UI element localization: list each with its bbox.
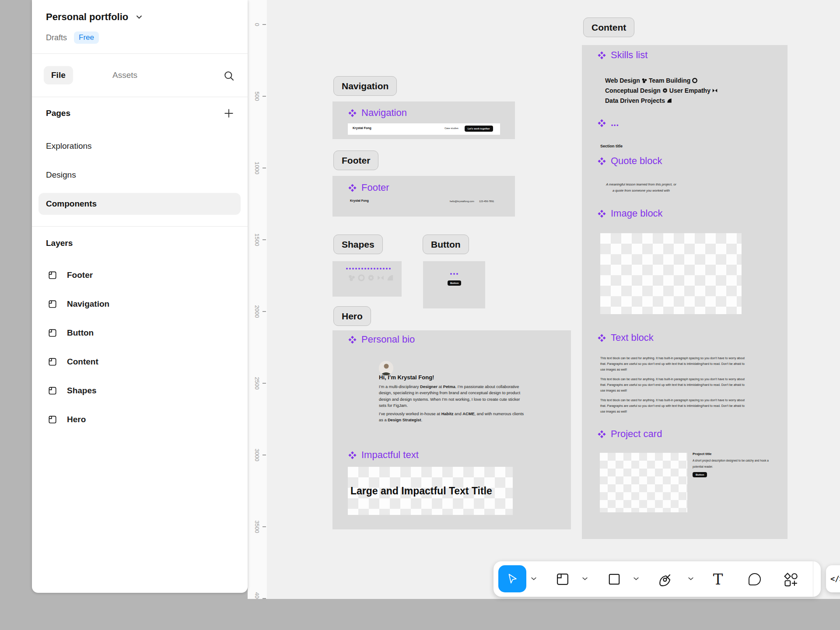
add-page-icon[interactable] [224,108,234,119]
comment-tool[interactable] [746,571,763,588]
chevron-down-icon[interactable] [136,15,142,19]
component-diamond-icon [597,333,606,343]
project-card-button: Button [693,472,707,477]
pie-wedge-icon [386,274,394,282]
rectangle-icon [607,572,621,586]
gear-icon [367,274,375,282]
component-title-navigation[interactable]: Navigation [348,107,407,119]
component-title-label: Project card [611,428,662,440]
tab-file[interactable]: File [44,66,73,84]
text-tool[interactable]: T [709,570,727,588]
component-title-skills-list[interactable]: Skills list [597,49,648,61]
section-tag-hero[interactable]: Hero [333,306,371,326]
pen-tool-chevron-icon[interactable] [688,577,693,581]
content-component-panel[interactable]: Skills list Web DesignTeam Building Conc… [582,45,788,539]
frame-tool[interactable] [555,571,570,587]
ruler-label: 1500 [254,232,260,248]
section-tag-shapes[interactable]: Shapes [333,234,383,254]
navbar-preview: Krystal Fong Case studies Let’s work tog… [348,123,500,135]
layer-item-hero[interactable]: Hero [48,415,86,424]
toolbar-divider [813,561,813,597]
button-component-panel[interactable]: Button [423,261,485,308]
text-block-paragraph: This text block can be used for anything… [600,356,746,373]
bowtie-icon [377,274,385,282]
rectangle-tool-chevron-icon[interactable] [634,577,639,581]
frame-icon [48,386,57,396]
component-diamond-icon [597,209,606,218]
hero-component-panel[interactable]: Personal bio Hi, I’m Krystal Fong! I’m a… [332,330,571,529]
move-tool-selected[interactable] [498,565,526,592]
component-title-text-block[interactable]: Text block [597,332,654,343]
actions-tool[interactable] [782,571,800,588]
component-diamond-icon [348,451,357,460]
footer-component-panel[interactable]: Footer Krystal Fong hello@krystalfong.co… [332,176,515,217]
comment-bubble-icon [749,573,761,585]
ruler-label: 2500 [254,375,260,391]
project-card-body: Project title A short project descriptio… [693,452,784,477]
page-item-designs[interactable]: Designs [46,170,76,180]
layer-item-navigation[interactable]: Navigation [48,299,109,309]
component-diamond-icon [597,157,606,166]
avatar-photo [379,361,393,375]
component-title-footer[interactable]: Footer [348,182,389,193]
section-tag-button[interactable]: Button [423,234,469,254]
frame-tool-chevron-icon[interactable] [582,577,588,581]
layer-item-button[interactable]: Button [48,328,94,338]
file-location[interactable]: Drafts [46,33,67,42]
impactful-text: Large and Impactful Text Title [348,485,492,497]
file-title[interactable]: Personal portfolio [46,11,128,23]
ruler-label: 2000 [254,304,260,319]
ruler-label: 4000 [254,591,260,599]
blob-cluster-icon [348,274,356,282]
frame-icon [555,572,570,587]
navbar-brand: Krystal Fong [353,126,371,130]
frame-icon [48,415,57,424]
vertical-ruler: 0 500 1000 1500 2000 2500 3000 3500 4000 [248,0,267,599]
plan-badge[interactable]: Free [74,32,99,44]
component-diamond-icon [348,108,357,118]
page-item-explorations[interactable]: Explorations [46,141,92,151]
component-title-project-card[interactable]: Project card [597,428,662,440]
move-tool-chevron-icon[interactable] [531,577,536,581]
component-title-label: Image block [611,208,663,219]
page-item-components-selected[interactable]: Components [38,193,241,215]
ruler-label: 500 [254,88,260,104]
text-tool-icon: T [713,570,723,588]
navbar-link: Case studies [444,127,458,130]
rectangle-tool[interactable] [606,571,622,587]
skills-list-preview: Web DesignTeam Building Conceptual Desig… [605,76,719,106]
section-tag-navigation[interactable]: Navigation [333,76,397,96]
component-diamond-icon [348,183,357,192]
pen-tool[interactable] [656,570,675,588]
tab-assets[interactable]: Assets [112,70,137,80]
search-icon[interactable] [223,70,235,82]
component-title-impactful-text[interactable]: Impactful text [348,449,419,461]
frame-icon [48,270,57,280]
layer-item-footer[interactable]: Footer [48,270,93,280]
component-title-dots[interactable]: ... [597,117,619,129]
text-block-preview: This text block can be used for anything… [600,356,746,414]
pie-wedge-icon [666,98,672,104]
pages-header: Pages [46,108,70,118]
quote-preview: A meaningful lesson learned from this pr… [598,182,684,194]
layer-item-content[interactable]: Content [48,357,98,367]
dev-mode-panel[interactable]: </> [826,565,840,592]
section-title-preview: Section title [600,144,623,148]
section-tag-footer[interactable]: Footer [333,150,378,170]
component-title-label: Navigation [361,107,407,119]
component-title-quote-block[interactable]: Quote block [597,155,662,167]
shapes-component-panel[interactable] [332,261,402,297]
ring-icon [692,77,698,84]
layer-item-shapes[interactable]: Shapes [48,386,97,396]
file-title-row[interactable]: Personal portfolio [46,11,142,23]
navigation-component-panel[interactable]: Navigation Krystal Fong Case studies Let… [332,102,515,139]
component-title-personal-bio[interactable]: Personal bio [348,334,415,345]
component-diamond-icon [597,51,606,60]
ghost-shape-icons-row [348,274,394,282]
project-card-image-placeholder [600,453,687,512]
component-title-image-block[interactable]: Image block [597,208,663,219]
ruler-label: 3500 [254,519,260,535]
component-title-label: Personal bio [361,334,415,345]
section-tag-content[interactable]: Content [583,18,634,37]
cursor-icon [504,570,521,588]
